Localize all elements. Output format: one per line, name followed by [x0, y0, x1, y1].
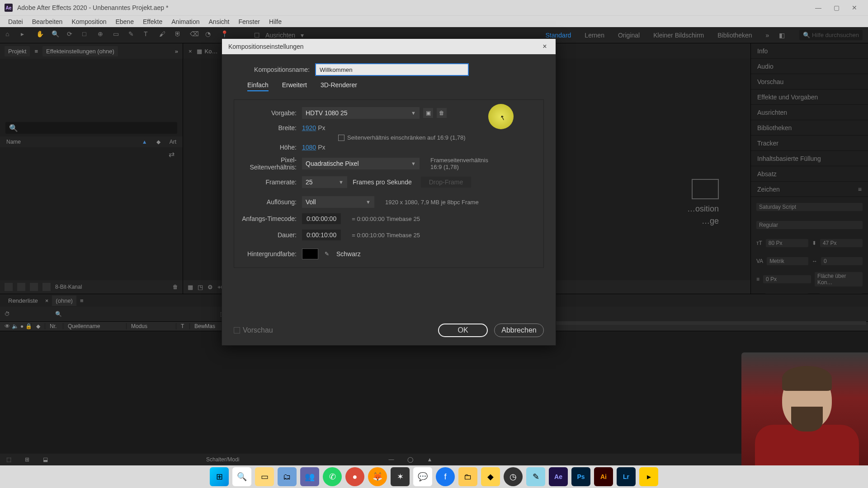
workspace-overflow-icon[interactable]: » [766, 32, 769, 39]
project-search[interactable]: 🔍 [5, 122, 177, 134]
toggle-icon2[interactable]: ⊞ [25, 456, 29, 463]
panel-bibliotheken[interactable]: Bibliotheken [751, 120, 868, 136]
close-window-button[interactable]: ✕ [845, 4, 863, 11]
snap-caret-icon[interactable]: ▾ [301, 32, 304, 39]
minimize-button[interactable]: — [809, 4, 827, 11]
workspace-lernen[interactable]: Lernen [585, 32, 604, 39]
eye-col-icon[interactable]: 👁 [5, 323, 10, 329]
taskbar-app-yellow[interactable]: ◆ [481, 467, 500, 486]
tab-projekt[interactable]: Projekt [5, 46, 30, 56]
col-modus[interactable]: Modus [127, 323, 176, 329]
hand-tool-icon[interactable]: ✋ [36, 30, 46, 40]
comp-tab-label[interactable]: Ko… [205, 48, 218, 55]
eraser-tool-icon[interactable]: ⌫ [190, 30, 200, 40]
taskbar-teams[interactable]: 👥 [300, 467, 319, 486]
snap-checkbox[interactable]: ☐ [254, 32, 260, 39]
roto-tool-icon[interactable]: ◔ [205, 30, 215, 40]
zoom-tool-icon[interactable]: 🔍 [52, 30, 61, 40]
panel-tracker[interactable]: Tracker [751, 136, 868, 151]
menu-effekte[interactable]: Effekte [138, 18, 167, 25]
ok-button[interactable]: OK [438, 324, 488, 337]
sort-caret-icon[interactable]: ▲ [142, 139, 147, 145]
toggle-icon3[interactable]: ⬓ [43, 456, 48, 463]
taskbar-clock-app[interactable]: ◷ [504, 467, 523, 486]
switches-modes-toggle[interactable]: Schalter/Modi [206, 456, 239, 463]
menu-hilfe[interactable]: Hilfe [264, 18, 286, 25]
rotate-tool-icon[interactable]: ⟳ [67, 30, 77, 40]
tracking-field[interactable]: 0 [821, 257, 863, 265]
cancel-button[interactable]: Abbrechen [494, 324, 544, 337]
menu-fenster[interactable]: Fenster [234, 18, 264, 25]
toggle-switches-icon[interactable]: ⬚ [6, 456, 11, 463]
taskbar-explorer[interactable]: 🗂 [278, 467, 297, 486]
save-preset-icon[interactable]: ▣ [423, 108, 433, 118]
label-col-icon[interactable]: ◆ [156, 139, 160, 145]
clone-tool-icon[interactable]: ⛨ [175, 30, 184, 40]
timecode-display[interactable]: ⏱ [5, 311, 10, 317]
bgcolor-swatch[interactable] [302, 249, 318, 259]
taskbar-firefox[interactable]: 🦊 [368, 467, 387, 486]
menu-komposition[interactable]: Komposition [67, 18, 111, 25]
taskbar-after-effects[interactable]: Ae [549, 467, 568, 486]
tab-einfach[interactable]: Einfach [247, 81, 269, 91]
tab-effekteinstellungen[interactable]: Effekteinstellungen (ohne) [42, 46, 118, 56]
eyedropper-icon[interactable]: ✎ [322, 249, 332, 259]
menu-ebene[interactable]: Ebene [111, 18, 138, 25]
delete-preset-icon[interactable]: 🗑 [437, 108, 447, 118]
col-quellenname[interactable]: Quellenname [63, 323, 127, 329]
pan-behind-tool-icon[interactable]: ⊕ [98, 30, 108, 40]
stroke-width-field[interactable]: 0 Px [763, 275, 811, 283]
trash-icon[interactable]: 🗑 [173, 284, 178, 290]
camera-tool-icon[interactable]: □ [82, 30, 92, 40]
solo-col-icon[interactable]: ● [20, 323, 24, 329]
tab-renderliste[interactable]: Renderliste [5, 296, 42, 306]
taskbar-notes[interactable]: ✎ [526, 467, 545, 486]
workspace-original[interactable]: Original [618, 32, 640, 39]
font-family-dropdown[interactable]: Saturday Script [756, 203, 863, 211]
taskbar-taskview[interactable]: ▭ [255, 467, 274, 486]
panel-info[interactable]: Info [751, 43, 868, 59]
home-icon[interactable]: ⌂ [5, 30, 15, 40]
taskbar-illustrator[interactable]: Ai [594, 467, 613, 486]
interpret-icon[interactable] [5, 283, 13, 291]
taskbar-app-last[interactable]: ▸ [639, 467, 658, 486]
panel-menu-icon[interactable]: ≡ [858, 186, 862, 193]
height-value[interactable]: 1080 [302, 144, 316, 151]
help-search[interactable]: 🔍 Hilfe durchsuchen [799, 30, 863, 40]
shape-tool-icon[interactable]: ▭ [113, 30, 123, 40]
framerate-dropdown[interactable]: 25▼ [302, 176, 347, 188]
width-value[interactable]: 1920 [302, 124, 316, 131]
menu-ansicht[interactable]: Ansicht [204, 18, 234, 25]
speaker-col-icon[interactable]: 🔈 [12, 323, 19, 329]
panel-menu-icon[interactable]: ≡ [34, 48, 38, 55]
taskbar-search[interactable]: 🔍 [232, 467, 251, 486]
taskbar-files[interactable]: 🗀 [458, 467, 477, 486]
par-dropdown[interactable]: Quadratische Pixel▼ [302, 158, 420, 169]
workspace-standard[interactable]: Standard [546, 32, 571, 39]
panel-ausrichten[interactable]: Ausrichten [751, 105, 868, 120]
comp-footer-icon[interactable]: ▦ [188, 284, 193, 291]
panel-zeichen[interactable]: Zeichen≡ [751, 182, 868, 197]
comp-name-input[interactable] [315, 63, 469, 76]
taskbar-lightroom[interactable]: Lr [617, 467, 636, 486]
panel-effekte[interactable]: Effekte und Vorgaben [751, 89, 868, 105]
menu-bearbeiten[interactable]: Bearbeiten [28, 18, 67, 25]
new-adj-icon[interactable] [42, 283, 51, 291]
font-size-field[interactable]: 80 Px [766, 239, 808, 247]
lock-aspect-checkbox[interactable] [338, 135, 344, 141]
comp-tab-menu-icon[interactable]: ▦ [197, 48, 202, 55]
panel-overflow-icon[interactable]: » [175, 48, 178, 55]
comp-footer-icon2[interactable]: ◳ [198, 284, 203, 291]
col-t[interactable]: T [176, 323, 190, 329]
zoom-in-icon[interactable]: ▲ [427, 456, 432, 463]
lock-col-icon[interactable]: 🔒 [25, 323, 32, 329]
comp-tab-close[interactable]: × [187, 48, 194, 55]
taskbar-app-red[interactable]: ● [345, 467, 364, 486]
bit-depth[interactable]: 8-Bit-Kanal [55, 284, 82, 290]
label-col-icon[interactable]: ◆ [36, 323, 40, 329]
menu-animation[interactable]: Animation [167, 18, 204, 25]
fill-option-dropdown[interactable]: Fläche über Kon… [815, 272, 863, 286]
new-folder-icon[interactable] [30, 283, 38, 291]
zoom-slider[interactable]: ◯ [407, 456, 413, 463]
kerning-field[interactable]: Metrik [767, 257, 808, 265]
